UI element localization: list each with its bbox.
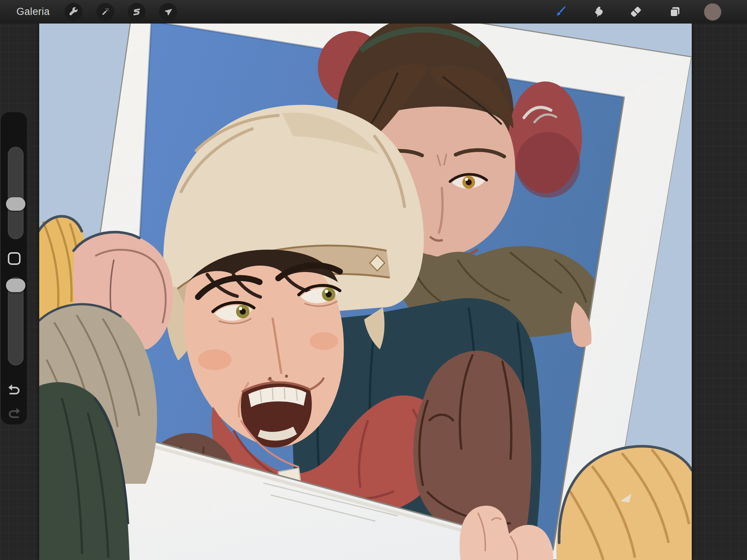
actions-button[interactable] — [65, 3, 83, 21]
paint-tool-button[interactable] — [551, 3, 569, 21]
opacity-handle[interactable] — [6, 279, 25, 292]
brush-size-handle[interactable] — [6, 197, 25, 211]
layers-button[interactable] — [666, 3, 684, 21]
brush-size-slider[interactable] — [8, 147, 24, 239]
layers-icon — [668, 5, 682, 19]
drawing-canvas[interactable] — [39, 24, 692, 560]
adjustments-button[interactable] — [96, 3, 114, 21]
smudge-tool-button[interactable] — [590, 3, 608, 21]
eraser-icon — [629, 5, 642, 19]
paintbrush-icon — [554, 5, 567, 19]
selection-button[interactable] — [128, 3, 146, 21]
undo-button[interactable] — [5, 382, 23, 399]
redo-button[interactable] — [5, 406, 23, 422]
artwork-illustration — [39, 24, 692, 560]
selection-s-icon — [132, 7, 142, 17]
modify-button[interactable] — [8, 252, 21, 265]
undo-arrow-icon — [7, 383, 22, 398]
procreate-app: { "toolbar": { "gallery_label": "Galeria… — [0, 0, 747, 560]
top-toolbar: Galeria — [0, 0, 747, 24]
redo-arrow-icon — [7, 406, 22, 421]
brush-sidebar — [1, 112, 27, 424]
gallery-button[interactable]: Galeria — [16, 0, 50, 24]
wrench-icon — [69, 7, 78, 17]
transform-arrow-icon — [163, 7, 173, 17]
erase-tool-button[interactable] — [627, 3, 645, 21]
color-swatch-circle[interactable] — [704, 3, 721, 21]
smudge-finger-icon — [592, 5, 605, 19]
transform-button[interactable] — [159, 3, 177, 21]
magic-wand-icon — [100, 7, 110, 17]
